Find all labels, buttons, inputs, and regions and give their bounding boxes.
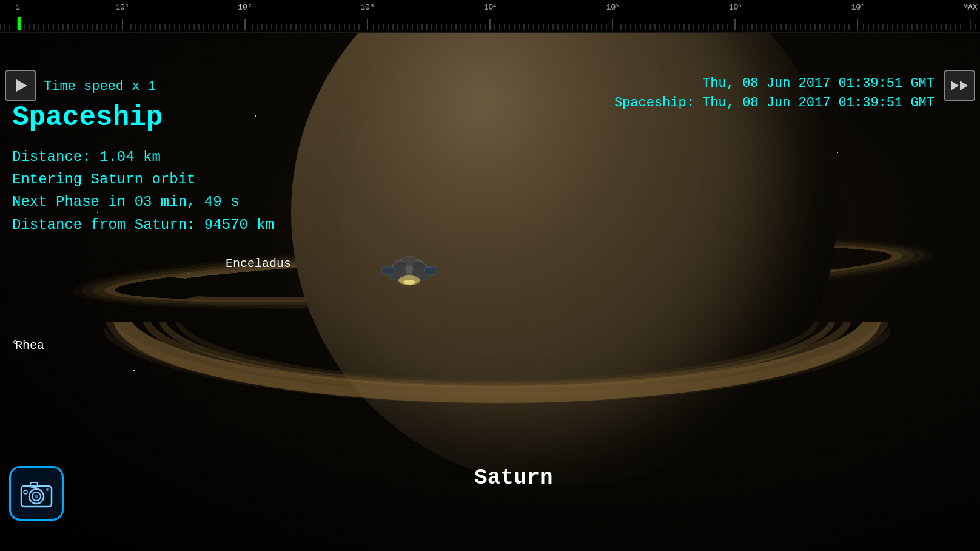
star	[255, 115, 256, 117]
camera-icon	[18, 475, 55, 512]
svg-rect-22	[30, 482, 38, 487]
svg-rect-15	[425, 267, 437, 274]
svg-point-12	[394, 262, 406, 270]
star	[49, 413, 49, 413]
star	[837, 152, 838, 153]
svg-point-24	[46, 488, 49, 491]
svg-rect-14	[382, 267, 394, 274]
ff-arrow-2	[960, 81, 968, 90]
fast-forward-button[interactable]	[944, 70, 975, 101]
svg-point-13	[412, 262, 425, 270]
play-button[interactable]	[5, 70, 36, 101]
ff-arrow-1	[951, 81, 959, 90]
spaceship-model	[370, 231, 449, 309]
star	[133, 370, 135, 371]
star	[904, 437, 904, 438]
timeline-position	[18, 17, 21, 30]
svg-point-17	[403, 280, 415, 285]
timeline-bar	[0, 0, 980, 33]
camera-button[interactable]	[9, 466, 64, 521]
svg-point-23	[24, 490, 27, 494]
star	[97, 212, 98, 213]
svg-point-21	[35, 495, 38, 498]
